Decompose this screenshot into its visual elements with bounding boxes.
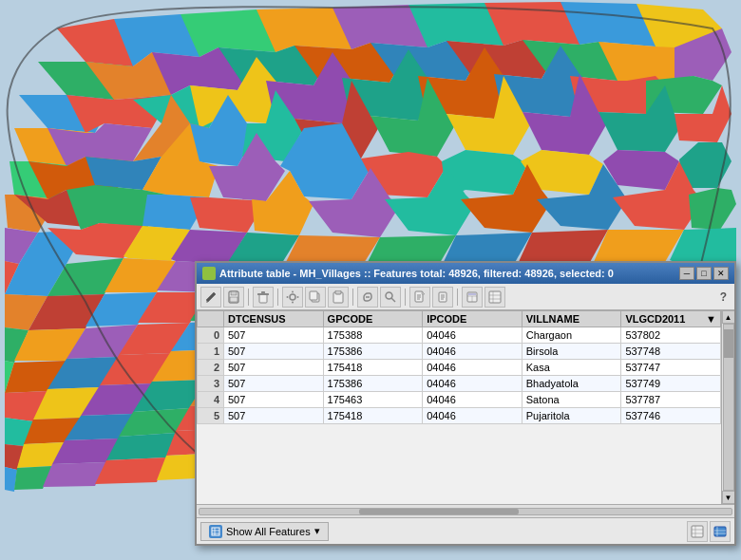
table-body: 050717538804046Chargaon53780215071753860… (198, 327, 721, 424)
cell-villname: Pujaritola (522, 408, 621, 424)
cell-dtcensus: 507 (224, 344, 324, 360)
restore-button[interactable]: □ (696, 267, 712, 280)
col-villname[interactable]: VILLNAME (522, 311, 621, 327)
title-bar-left: Attribute table - MH_Villages :: Feature… (202, 267, 614, 280)
row-num-cell: 4 (198, 392, 224, 408)
col-gpcode[interactable]: GPCODE (323, 311, 423, 327)
cell-dtcensus: 507 (224, 408, 324, 424)
table-row[interactable]: 450717546304046Satona537787 (198, 392, 721, 408)
show-all-label: Show All Features (226, 526, 311, 537)
cell-ipcode: 04046 (423, 376, 522, 392)
table-row[interactable]: 250717541804046Kasa537747 (198, 360, 721, 376)
svg-rect-165 (257, 293, 269, 295)
svg-rect-173 (310, 291, 317, 300)
svg-point-170 (287, 296, 289, 298)
cell-vlgcd2011: 537802 (621, 327, 721, 344)
scroll-track[interactable] (723, 324, 734, 491)
row-num-cell: 2 (198, 360, 224, 376)
cell-dtcensus: 507 (224, 327, 324, 344)
attribute-table-window: Attribute table - MH_Villages :: Feature… (195, 261, 736, 546)
scroll-thumb[interactable] (724, 329, 733, 358)
cell-villname: Bhadyatola (522, 376, 621, 392)
document-button[interactable] (409, 287, 430, 308)
svg-rect-164 (259, 294, 267, 303)
cell-dtcensus: 507 (224, 392, 324, 408)
show-all-icon (209, 525, 222, 538)
bottom-bar: Show All Features ▾ (197, 517, 734, 544)
separator-5 (457, 289, 458, 306)
paste-button[interactable] (328, 287, 349, 308)
scroll-down-arrow[interactable]: ▼ (722, 491, 735, 504)
show-all-dropdown-icon: ▾ (314, 525, 320, 537)
cell-villname: Satona (522, 392, 621, 408)
svg-rect-163 (230, 297, 238, 302)
cell-vlgcd2011: 537748 (621, 344, 721, 360)
svg-point-168 (292, 290, 294, 292)
col-vlgcd2011[interactable]: VLGCD2011 ▼ (621, 311, 721, 327)
vertical-scrollbar[interactable]: ▲ ▼ (721, 310, 734, 504)
svg-rect-192 (489, 291, 501, 303)
cell-gpcode: 175418 (323, 360, 423, 376)
cell-villname: Kasa (522, 360, 621, 376)
hscroll-track[interactable] (199, 508, 732, 515)
table-row[interactable]: 050717538804046Chargaon537802 (198, 327, 721, 344)
cell-vlgcd2011: 537747 (621, 360, 721, 376)
copy-button[interactable] (305, 287, 326, 308)
toggle-table-view-button[interactable] (710, 521, 731, 542)
svg-rect-204 (714, 527, 726, 536)
svg-rect-196 (212, 528, 219, 535)
separator-3 (352, 289, 353, 306)
separator-4 (405, 289, 406, 306)
cell-vlgcd2011: 537746 (621, 408, 721, 424)
cell-ipcode: 04046 (423, 392, 522, 408)
row-num-cell: 5 (198, 408, 224, 424)
table-row[interactable]: 550717541804046Pujaritola537746 (198, 408, 721, 424)
toggle-form-view-button[interactable] (687, 521, 708, 542)
svg-point-169 (292, 301, 294, 303)
data-table: DTCENSUS GPCODE IPCODE VILLNAME VLGCD201… (197, 310, 721, 424)
cell-gpcode: 175388 (323, 327, 423, 344)
col-dtcensus[interactable]: DTCENSUS (224, 311, 324, 327)
horizontal-scrollbar[interactable] (197, 504, 734, 517)
cell-gpcode: 175386 (323, 376, 423, 392)
cell-dtcensus: 507 (224, 376, 324, 392)
help-button[interactable]: ? (716, 290, 731, 304)
cell-ipcode: 04046 (423, 360, 522, 376)
title-icon (202, 267, 216, 280)
document2-button[interactable] (432, 287, 453, 308)
title-controls: ─ □ ✕ (679, 267, 729, 280)
svg-rect-166 (261, 291, 265, 293)
close-button[interactable]: ✕ (713, 267, 729, 280)
cell-gpcode: 175386 (323, 344, 423, 360)
svg-rect-175 (335, 290, 341, 294)
stats-button[interactable] (484, 287, 505, 308)
bottom-right-icons (687, 521, 731, 542)
table-scroll-area[interactable]: DTCENSUS GPCODE IPCODE VILLNAME VLGCD201… (197, 310, 721, 504)
save-button[interactable] (223, 287, 244, 308)
separator-2 (277, 289, 278, 306)
row-num-cell: 3 (198, 376, 224, 392)
cell-gpcode: 175418 (323, 408, 423, 424)
svg-rect-200 (692, 526, 703, 537)
table-row[interactable]: 150717538604046Birsola537748 (198, 344, 721, 360)
separator-1 (248, 289, 249, 306)
edit-pencil-button[interactable] (200, 287, 221, 308)
toolbar: ? (197, 284, 734, 310)
col-ipcode[interactable]: IPCODE (423, 311, 522, 327)
search-button[interactable] (380, 287, 401, 308)
hscroll-thumb[interactable] (359, 509, 519, 514)
svg-rect-191 (468, 293, 476, 295)
calc-button[interactable] (462, 287, 483, 308)
delete-button[interactable] (253, 287, 274, 308)
table-header-row: DTCENSUS GPCODE IPCODE VILLNAME VLGCD201… (198, 311, 721, 327)
svg-point-167 (290, 294, 295, 300)
scroll-up-arrow[interactable]: ▲ (722, 310, 735, 324)
minimize-button[interactable]: ─ (679, 267, 694, 280)
link-button[interactable] (357, 287, 378, 308)
col-rownum (198, 311, 224, 327)
svg-marker-180 (422, 291, 425, 294)
table-row[interactable]: 350717538604046Bhadyatola537749 (198, 376, 721, 392)
show-all-features-button[interactable]: Show All Features ▾ (200, 522, 329, 541)
cell-vlgcd2011: 537787 (621, 392, 721, 408)
settings-button[interactable] (282, 287, 303, 308)
